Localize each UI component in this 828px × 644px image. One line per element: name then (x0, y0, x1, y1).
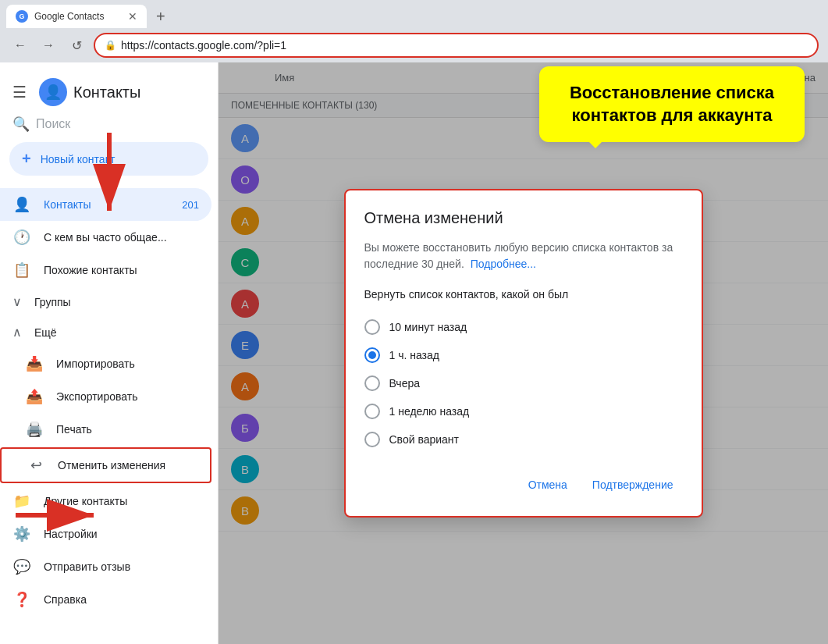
feedback-icon: 💬 (12, 558, 31, 575)
sidebar-feedback-label: Отправить отзыв (44, 560, 205, 573)
app-logo: 👤 Контакты (39, 78, 140, 106)
settings-icon: ⚙️ (12, 525, 31, 543)
tab-title: Google Contacts (34, 11, 122, 22)
sidebar-item-import[interactable]: 📥 Импортировать (0, 347, 218, 380)
app-title: Контакты (73, 84, 140, 101)
import-icon: 📥 (25, 355, 44, 372)
sidebar-section-more[interactable]: ∧ Ещё (0, 317, 218, 347)
radio-label-1h: 1 ч. назад (389, 349, 439, 361)
dialog: Отмена изменений Вы можете восстановить … (344, 189, 703, 518)
radio-circle-10min (364, 319, 380, 335)
radio-option-1week[interactable]: 1 неделю назад (364, 397, 683, 425)
tab-favicon: G (16, 10, 28, 23)
sidebar-item-similar[interactable]: 📋 Похожие контакты (0, 254, 211, 286)
sidebar-item-contacts[interactable]: 👤 Контакты 201 (0, 188, 211, 221)
plus-icon: + (22, 150, 31, 168)
chevron-down-icon: ∨ (12, 294, 22, 309)
sidebar: ☰ 👤 Контакты 🔍 Поиск + Новый контакт 👤 К… (0, 62, 219, 644)
dialog-actions: Отмена Подтверждение (364, 472, 683, 497)
new-tab-button[interactable]: + (150, 8, 172, 26)
new-contact-button[interactable]: + Новый контакт (9, 142, 208, 176)
radio-label-10min: 10 минут назад (389, 321, 467, 333)
radio-label-custom: Свой вариант (389, 433, 460, 446)
address-bar-row: ← → ↺ 🔒 https://contacts.google.com/?pli… (0, 28, 828, 62)
callout: Восстановление списка контактов для акка… (539, 66, 805, 142)
sidebar-undo-label: Отменить изменения (58, 459, 197, 471)
radio-inner-1h (368, 351, 376, 359)
browser-chrome: G Google Contacts ✕ + ← → ↺ 🔒 https://co… (0, 0, 828, 62)
sidebar-item-print[interactable]: 🖨️ Печать (0, 413, 218, 446)
search-placeholder: Поиск (36, 117, 70, 131)
sidebar-item-settings[interactable]: ⚙️ Настройки (0, 518, 218, 550)
search-bar: 🔍 Поиск (0, 112, 218, 142)
forward-button[interactable]: → (37, 34, 59, 56)
sidebar-similar-label: Похожие контакты (44, 264, 199, 276)
learn-more-link[interactable]: Подробнее... (471, 258, 536, 270)
tab-bar: G Google Contacts ✕ + (0, 0, 828, 28)
reload-button[interactable]: ↺ (66, 34, 87, 56)
sidebar-print-label: Печать (56, 423, 205, 436)
radio-label-yesterday: Вчера (389, 377, 421, 390)
sidebar-help-label: Справка (44, 593, 205, 606)
active-tab[interactable]: G Google Contacts ✕ (6, 5, 147, 28)
print-icon: 🖨️ (25, 421, 44, 438)
lock-icon: 🔒 (105, 40, 116, 51)
hamburger-icon[interactable]: ☰ (12, 83, 27, 101)
address-bar[interactable]: 🔒 https://contacts.google.com/?pli=1 (94, 33, 819, 58)
sidebar-item-other[interactable]: 📁 Другие контакты (0, 485, 218, 518)
url-text[interactable]: https://contacts.google.com/?pli=1 (121, 39, 808, 52)
sidebar-import-label: Импортировать (56, 358, 205, 370)
sidebar-contacts-label: Контакты (44, 198, 169, 211)
undo-icon: ↩ (27, 457, 45, 474)
sidebar-other-label: Другие контакты (44, 495, 205, 507)
sidebar-item-frequent[interactable]: 🕐 С кем вы часто общае... (0, 221, 211, 254)
app-container: ☰ 👤 Контакты 🔍 Поиск + Новый контакт 👤 К… (0, 62, 828, 644)
radio-label-1week: 1 неделю назад (389, 405, 470, 418)
contacts-badge: 201 (182, 199, 199, 211)
contacts-icon: 👤 (12, 196, 31, 213)
radio-option-1h[interactable]: 1 ч. назад (364, 341, 683, 369)
main-content: Имя Телефона ПОМЕЧЕННЫЕ КОНТАКТЫ (130) А… (219, 62, 828, 644)
groups-label: Группы (34, 296, 71, 308)
sidebar-item-undo[interactable]: ↩ Отменить изменения (0, 447, 211, 483)
callout-tail (586, 139, 605, 158)
dialog-title: Отмена изменений (364, 209, 683, 227)
radio-circle-1h (364, 347, 380, 363)
sidebar-item-help[interactable]: ❓ Справка (0, 583, 218, 616)
other-icon: 📁 (12, 493, 31, 510)
sidebar-frequent-label: С кем вы часто общае... (44, 231, 199, 244)
tab-close-icon[interactable]: ✕ (128, 10, 137, 23)
sidebar-section-groups[interactable]: ∨ Группы (0, 286, 218, 317)
radio-circle-yesterday (364, 375, 380, 391)
radio-option-10min[interactable]: 10 минут назад (364, 313, 683, 341)
sidebar-header: ☰ 👤 Контакты (0, 72, 218, 112)
search-icon: 🔍 (12, 116, 30, 133)
callout-text: Восстановление списка контактов для акка… (558, 82, 786, 126)
radio-option-yesterday[interactable]: Вчера (364, 369, 683, 397)
cancel-button[interactable]: Отмена (519, 472, 577, 497)
confirm-button[interactable]: Подтверждение (583, 472, 683, 497)
radio-circle-1week (364, 404, 380, 419)
frequent-icon: 🕐 (12, 229, 31, 246)
sidebar-item-export[interactable]: 📤 Экспортировать (0, 380, 218, 413)
back-button[interactable]: ← (9, 34, 31, 56)
dialog-description: Вы можете восстановить любую версию спис… (364, 240, 683, 272)
sidebar-item-feedback[interactable]: 💬 Отправить отзыв (0, 550, 218, 583)
dialog-overlay: Отмена изменений Вы можете восстановить … (219, 62, 828, 644)
new-contact-label: Новый контакт (41, 153, 115, 165)
more-label: Ещё (34, 326, 57, 339)
sidebar-export-label: Экспортировать (56, 390, 205, 403)
export-icon: 📤 (25, 388, 44, 405)
dialog-question: Вернуть список контактов, какой он был (364, 288, 683, 301)
radio-option-custom[interactable]: Свой вариант (364, 425, 683, 454)
radio-circle-custom (364, 432, 380, 447)
chevron-up-icon: ∧ (12, 325, 22, 340)
similar-icon: 📋 (12, 262, 31, 279)
sidebar-settings-label: Настройки (44, 528, 205, 540)
logo-avatar: 👤 (39, 78, 67, 106)
help-icon: ❓ (12, 591, 31, 608)
